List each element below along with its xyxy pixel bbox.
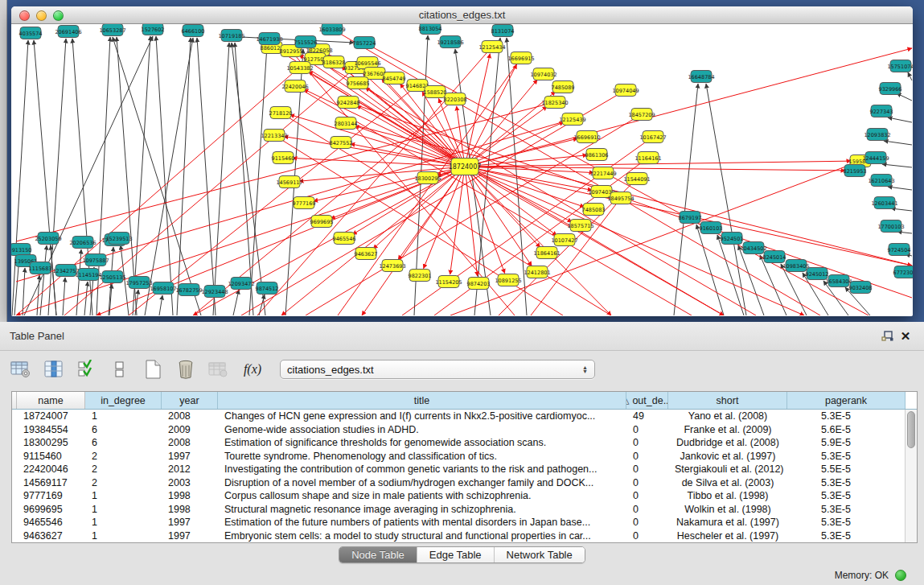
column-header-out_de[interactable]: △out_de...: [626, 392, 668, 409]
graph-node[interactable]: 7485089: [552, 81, 575, 93]
minimize-button[interactable]: [36, 10, 47, 21]
graph-node[interactable]: 8220308: [444, 93, 467, 105]
table-row[interactable]: 2242004622012Investigating the contribut…: [12, 463, 917, 476]
new-column-button[interactable]: [142, 358, 164, 381]
graph-node[interactable]: 8454749: [383, 72, 406, 84]
table-row[interactable]: 911546021997Tourette syndrome. Phenomeno…: [12, 450, 917, 463]
zoom-button[interactable]: [53, 10, 64, 21]
graph-node[interactable]: 9227343: [870, 105, 893, 117]
graph-node[interactable]: 12473693: [379, 260, 405, 272]
graph-node[interactable]: 20206536: [69, 237, 96, 249]
graph-node[interactable]: 6772307: [893, 266, 913, 278]
graph-node[interactable]: 20691406: [55, 26, 81, 38]
graph-node[interactable]: 17957253: [125, 277, 152, 289]
graph-node[interactable]: 14671938: [256, 33, 282, 45]
graph-node[interactable]: 11154205: [435, 276, 462, 288]
graph-node[interactable]: 8245014: [763, 251, 786, 263]
graph-node[interactable]: 1115683: [29, 262, 52, 274]
graph-node[interactable]: 7515526: [294, 36, 318, 48]
column-header-short[interactable]: short: [668, 392, 787, 409]
graph-node[interactable]: 12412801: [524, 266, 550, 278]
graph-node[interactable]: 18575715: [567, 220, 593, 232]
graph-node[interactable]: 8427552: [330, 137, 353, 149]
table-row[interactable]: 977716911998Corpus callosum shape and si…: [12, 489, 917, 503]
row-height-button[interactable]: [109, 358, 131, 381]
graph-node[interactable]: 6466100: [182, 25, 205, 37]
graph-node[interactable]: 9861306: [585, 149, 609, 161]
graph-node[interactable]: 22420046: [281, 80, 308, 93]
graph-node[interactable]: 12093472: [228, 278, 254, 290]
graph-node[interactable]: 16033809: [318, 24, 345, 35]
graph-node[interactable]: 11544091: [623, 173, 650, 185]
graph-node[interactable]: 9874512: [256, 282, 279, 295]
table-row[interactable]: 1456911722003Disruption of a novel membe…: [12, 476, 917, 490]
graph-node[interactable]: 10107427: [551, 234, 577, 246]
table-settings-button[interactable]: [10, 358, 32, 381]
graph-node[interactable]: 16696910: [573, 131, 600, 143]
graph-node[interactable]: 10975887: [82, 254, 109, 266]
graph-node[interactable]: 10891255: [495, 274, 521, 286]
graph-node[interactable]: 8131074: [491, 25, 515, 37]
graph-node[interactable]: 8186328: [322, 56, 346, 68]
table-row[interactable]: 1872400712008Changes of HCN gene express…: [12, 410, 917, 423]
graph-node[interactable]: 9032408: [849, 282, 873, 294]
tab-network-table[interactable]: Network Table: [495, 547, 585, 562]
graph-node[interactable]: 25203059: [35, 233, 61, 245]
select-column-button[interactable]: [43, 358, 65, 381]
graph-node[interactable]: 1527602: [142, 24, 165, 35]
column-header-name[interactable]: name: [17, 392, 85, 409]
column-header-year[interactable]: year: [162, 392, 218, 409]
graph-node[interactable]: 9822301: [409, 270, 432, 282]
column-header-in_degree[interactable]: in_degree: [85, 392, 162, 409]
graph-node[interactable]: 9724504: [888, 244, 911, 256]
graph-node[interactable]: 19218586: [437, 36, 463, 48]
graph-node[interactable]: 9242848: [337, 97, 360, 109]
graph-node[interactable]: 10434502: [740, 242, 766, 254]
graph-node[interactable]: 9777169: [293, 197, 316, 209]
graph-node[interactable]: 10974049: [612, 84, 639, 97]
column-header-title[interactable]: title: [218, 392, 626, 409]
graph-node[interactable]: 8215953: [844, 165, 867, 177]
graph-node[interactable]: 11164161: [634, 152, 661, 164]
table-row[interactable]: 946362711997Embryonic stem cells: a mode…: [12, 529, 917, 543]
graph-node[interactable]: 12603441: [871, 197, 897, 209]
graph-node[interactable]: 12217449: [589, 167, 616, 179]
graph-node[interactable]: 16782759: [175, 284, 202, 296]
graph-node[interactable]: 9524501: [721, 233, 744, 245]
graph-node[interactable]: 11145194: [75, 269, 101, 281]
graph-node[interactable]: 10983405: [782, 260, 809, 272]
window-titlebar[interactable]: citations_edges.txt: [11, 6, 913, 24]
close-button[interactable]: [19, 10, 30, 21]
delete-column-trash-button[interactable]: [175, 358, 197, 381]
graph-node[interactable]: 9699695: [310, 216, 334, 228]
graph-node[interactable]: 12093832: [864, 129, 890, 141]
table-row[interactable]: 1830029562008Estimation of significance …: [12, 436, 917, 450]
graph-node[interactable]: 9160103: [700, 222, 723, 234]
network-canvas[interactable]: 1872400788601238912955182260589127503105…: [11, 24, 913, 315]
graph-node[interactable]: 10167427: [639, 131, 666, 143]
close-panel-icon[interactable]: ✕: [897, 328, 914, 344]
graph-node[interactable]: 10653287: [99, 24, 125, 36]
graph-node[interactable]: 18300295: [414, 172, 441, 184]
scrollbar-thumb[interactable]: [907, 411, 915, 448]
graph-node[interactable]: 9756685: [347, 77, 370, 89]
graph-node[interactable]: 15239513: [105, 233, 132, 245]
table-row[interactable]: 969969511998Structural magnetic resonanc…: [12, 503, 917, 517]
graph-node[interactable]: 8679197: [679, 212, 702, 224]
tab-edge-table[interactable]: Edge Table: [417, 547, 495, 562]
graph-node[interactable]: 9329966: [879, 83, 902, 95]
table-selector-dropdown[interactable]: citations_edges.txt ▲▼: [280, 360, 595, 379]
graph-node[interactable]: 11825340: [541, 97, 568, 109]
graph-node[interactable]: 9463627: [355, 248, 378, 260]
graph-node[interactable]: 7485083: [582, 204, 606, 216]
vertical-scrollbar[interactable]: [905, 410, 917, 542]
graph-node[interactable]: 12125434: [478, 41, 505, 53]
graph-node[interactable]: 14569117: [276, 176, 302, 188]
graph-node[interactable]: 11864161: [533, 247, 560, 259]
graph-node[interactable]: 12505135: [99, 271, 125, 283]
select-rows-button[interactable]: [76, 358, 98, 381]
graph-node[interactable]: 12125439: [559, 113, 585, 126]
float-panel-icon[interactable]: [879, 328, 897, 344]
graph-node[interactable]: 2718120: [269, 107, 293, 119]
table-row[interactable]: 1938455462009Genome-wide association stu…: [12, 423, 917, 437]
